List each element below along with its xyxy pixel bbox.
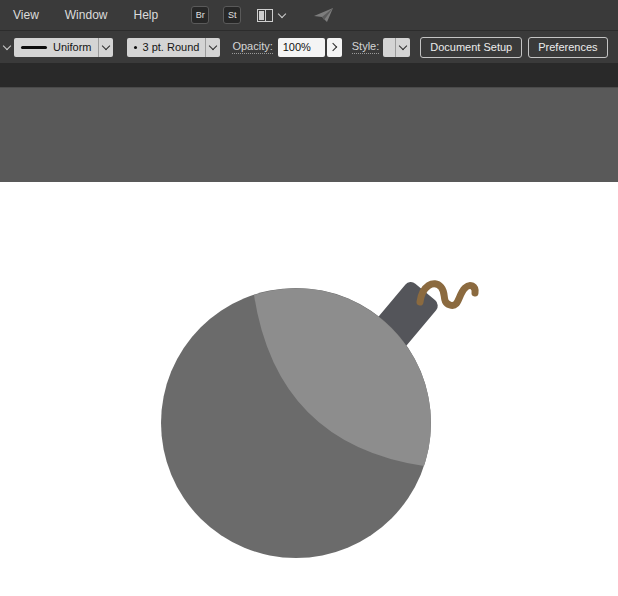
brush-definition-dropdown[interactable]: 3 pt. Round [127,38,221,57]
canvas-svg [0,182,618,596]
menu-bar: View Window Help Br St [0,0,618,30]
document-setup-button[interactable]: Document Setup [420,37,522,58]
brush-value: 3 pt. Round [137,41,206,53]
dropdown-arrow[interactable] [205,38,220,57]
chevron-right-icon [329,43,337,51]
artboard-canvas[interactable] [0,182,618,596]
style-dropdown[interactable] [383,38,410,57]
menu-help[interactable]: Help [120,0,171,30]
chevron-down-icon [209,41,217,49]
control-bar: Uniform 3 pt. Round Opacity: 100% Style: [0,30,618,63]
menu-window[interactable]: Window [52,0,121,30]
bridge-badge-icon[interactable]: Br [191,6,209,24]
style-label[interactable]: Style: [352,40,380,54]
stock-badge-icon[interactable]: St [223,6,241,24]
share-icon [313,7,335,23]
menu-view[interactable]: View [0,0,52,30]
truncated-dropdown-chevron[interactable] [2,46,12,49]
pasteboard[interactable] [0,87,618,182]
stroke-preview-icon [21,46,47,49]
chevron-down-icon [101,41,109,49]
opacity-label[interactable]: Opacity: [232,40,272,54]
dropdown-arrow[interactable] [98,38,113,57]
chevron-down-icon [3,41,11,49]
application-window: View Window Help Br St [0,0,618,596]
share-button[interactable] [313,7,335,23]
chevron-down-icon [399,41,407,49]
workspace-switcher[interactable] [257,9,285,22]
opacity-input[interactable]: 100% [278,38,325,57]
preferences-button[interactable]: Preferences [528,37,607,58]
stroke-profile-value: Uniform [47,41,98,53]
bomb-illustration[interactable] [161,279,475,558]
document-tab-strip [0,63,618,87]
stroke-profile-dropdown[interactable]: Uniform [14,38,113,57]
dropdown-arrow[interactable] [395,38,410,57]
chevron-down-icon [278,9,286,17]
workspace-layout-icon [257,9,273,22]
opacity-options-button[interactable] [327,38,342,57]
